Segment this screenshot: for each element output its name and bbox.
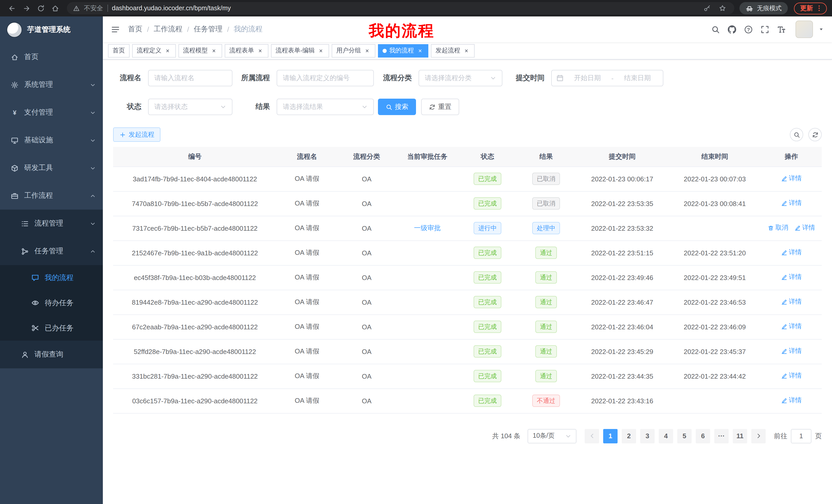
cell-actions: 详情 — [761, 166, 822, 191]
sidebar-item-payment[interactable]: ¥支付管理 — [0, 99, 103, 127]
page-size-select[interactable]: 10条/页 — [527, 429, 576, 443]
status-select[interactable]: 请选择状态 — [148, 99, 232, 115]
goto-page-input[interactable] — [791, 429, 811, 443]
sidebar-item-leave-query[interactable]: 请假查询 — [0, 341, 103, 368]
detail-link[interactable]: 详情 — [781, 174, 802, 183]
detail-link[interactable]: 详情 — [781, 248, 802, 257]
tab-process-model[interactable]: 流程模型× — [178, 44, 222, 57]
detail-link[interactable]: 详情 — [781, 199, 802, 208]
cell-actions: 详情 — [761, 191, 822, 216]
key-icon[interactable] — [701, 3, 713, 14]
refresh-table-button[interactable] — [808, 128, 822, 141]
github-icon[interactable] — [728, 25, 736, 34]
breadcrumb-item[interactable]: 工作流程 — [154, 25, 183, 34]
page-button-3[interactable]: 3 — [640, 429, 655, 443]
breadcrumb-item[interactable]: 任务管理 — [194, 25, 223, 34]
detail-link[interactable]: 详情 — [781, 347, 802, 356]
browser-back-icon[interactable] — [5, 2, 19, 15]
page-button-6[interactable]: 6 — [696, 429, 710, 443]
tab-home[interactable]: 首页 — [108, 44, 130, 57]
detail-link[interactable]: 详情 — [781, 273, 802, 282]
fullscreen-icon[interactable] — [760, 25, 769, 34]
page-button-5[interactable]: 5 — [677, 429, 692, 443]
page-button-11[interactable]: 11 — [733, 429, 747, 443]
result-tag: 通过 — [535, 296, 557, 308]
column-header: 流程名 — [277, 147, 337, 166]
submit-time-range-picker[interactable]: 开始日期 - 结束日期 — [551, 70, 663, 86]
close-icon[interactable]: × — [210, 47, 217, 54]
pager-more-button[interactable]: ··· — [714, 429, 729, 443]
breadcrumb-item[interactable]: 首页 — [128, 25, 142, 34]
browser-toolbar: 不安全 dashboard.yudao.iocoder.cn/bpm/task/… — [0, 0, 832, 17]
cell-actions: 详情 — [761, 388, 822, 413]
page-button-1[interactable]: 1 — [603, 429, 618, 443]
sidebar-item-label: 基础设施 — [24, 136, 53, 145]
detail-link[interactable]: 详情 — [781, 298, 802, 306]
cancel-link[interactable]: 取消 — [768, 224, 788, 232]
page-button-2[interactable]: 2 — [622, 429, 636, 443]
result-label: 结果 — [232, 102, 277, 111]
browser-forward-icon[interactable] — [20, 2, 33, 15]
close-icon[interactable]: × — [417, 47, 424, 54]
toggle-search-button[interactable] — [790, 128, 803, 141]
detail-link[interactable]: 详情 — [781, 396, 802, 405]
sidebar-item-label: 首页 — [24, 52, 38, 62]
breadcrumb-separator: / — [147, 25, 149, 33]
tab-my-process[interactable]: 我的流程× — [378, 44, 428, 57]
close-icon[interactable]: × — [164, 47, 171, 54]
close-icon[interactable]: × — [463, 47, 470, 54]
category-select[interactable]: 请选择流程分类 — [419, 70, 502, 86]
update-label: 更新 — [800, 4, 813, 12]
sidebar-item-my-process[interactable]: 我的流程 — [0, 265, 103, 290]
result-tag: 不通过 — [532, 395, 560, 407]
help-icon[interactable]: ? — [744, 25, 753, 34]
tab-process-definition[interactable]: 流程定义× — [132, 44, 176, 57]
sidebar-item-devtools[interactable]: 研发工具 — [0, 154, 103, 182]
cell-category: OA — [337, 388, 396, 413]
sidebar-item-todo-task[interactable]: 待办任务 — [0, 290, 103, 315]
search-icon[interactable] — [711, 25, 720, 34]
address-bar[interactable]: 不安全 dashboard.yudao.iocoder.cn/bpm/task/… — [67, 2, 734, 15]
sidebar-item-done-task[interactable]: 已办任务 — [0, 315, 103, 341]
sidebar-item-system[interactable]: 系统管理 — [0, 71, 103, 99]
detail-link[interactable]: 详情 — [781, 323, 802, 331]
sidebar-item-workflow[interactable]: 工作流程 — [0, 182, 103, 209]
create-process-button[interactable]: 发起流程 — [113, 128, 160, 142]
cell-submit-time: 2022-01-22 23:46:04 — [576, 314, 669, 339]
font-size-icon[interactable] — [777, 25, 786, 34]
user-avatar[interactable] — [796, 21, 813, 38]
search-button[interactable]: 搜索 — [378, 99, 416, 115]
sidebar-item-process-mgmt[interactable]: 流程管理 — [0, 209, 103, 237]
browser-home-icon[interactable] — [48, 2, 62, 15]
hamburger-icon[interactable] — [111, 25, 120, 34]
close-icon[interactable]: × — [317, 47, 324, 54]
update-button[interactable]: 更新 — [794, 2, 827, 14]
app-logo[interactable]: 芋道管理系统 — [0, 17, 103, 43]
browser-menu-icon[interactable] — [815, 5, 823, 12]
result-select[interactable]: 请选择流结果 — [277, 99, 374, 115]
sidebar-item-infrastructure[interactable]: 基础设施 — [0, 127, 103, 154]
prev-page-button[interactable] — [585, 429, 599, 443]
cell-status: 已完成 — [459, 364, 516, 388]
tab-process-form-edit[interactable]: 流程表单-编辑× — [271, 44, 329, 57]
next-page-button[interactable] — [751, 429, 766, 443]
caret-down-icon[interactable] — [818, 27, 824, 32]
reset-button[interactable]: 重置 — [421, 99, 459, 115]
bookmark-star-icon[interactable] — [717, 3, 728, 14]
close-icon[interactable]: × — [364, 47, 371, 54]
current-task-link[interactable]: 一级审批 — [414, 224, 441, 232]
browser-reload-icon[interactable] — [34, 2, 47, 15]
page-button-4[interactable]: 4 — [659, 429, 673, 443]
detail-link[interactable]: 详情 — [781, 372, 802, 381]
sidebar-item-home[interactable]: 首页 — [0, 43, 103, 71]
detail-link[interactable]: 详情 — [795, 224, 815, 232]
process-def-label: 所属流程 — [232, 74, 277, 83]
cell-category: OA — [337, 166, 396, 191]
process-name-input[interactable]: 请输入流程名 — [148, 70, 232, 86]
tab-start-process[interactable]: 发起流程× — [431, 44, 475, 57]
tab-user-group[interactable]: 用户分组× — [332, 44, 375, 57]
close-icon[interactable]: × — [257, 47, 264, 54]
tab-process-form[interactable]: 流程表单× — [225, 44, 268, 57]
sidebar-item-task-mgmt[interactable]: 任务管理 — [0, 237, 103, 265]
process-def-input[interactable]: 请输入流程定义的编号 — [277, 70, 374, 86]
